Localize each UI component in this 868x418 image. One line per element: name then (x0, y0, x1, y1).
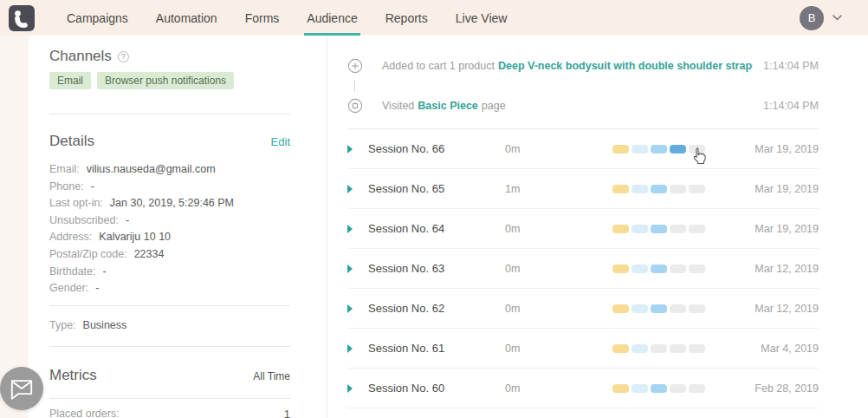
detail-rows: Email:vilius.nauseda@gmail.com Phone:- L… (49, 161, 290, 297)
details-section: Details Edit Email:vilius.nauseda@gmail.… (49, 133, 290, 297)
session-activity-bar[interactable] (612, 344, 742, 353)
event-time: 1:14:04 PM (763, 100, 819, 112)
expand-arrow-icon[interactable] (347, 265, 368, 273)
activity-segment-gray (689, 185, 705, 193)
visited-page-icon (347, 98, 363, 114)
expand-arrow-icon[interactable] (347, 225, 368, 233)
detail-label: Email: (49, 163, 80, 175)
activity-segment-light_blue (651, 225, 667, 233)
metrics-range-selector[interactable]: All Time (253, 370, 290, 382)
divider (49, 114, 290, 114)
activity-segment-gray (670, 384, 686, 393)
expand-arrow-icon[interactable] (347, 344, 368, 353)
session-row[interactable]: Session No. 60 0m Feb 28, 2019 (347, 369, 819, 408)
channel-tag: Email (49, 72, 91, 89)
detail-row: Address:Kalvariju 10 10 (49, 229, 290, 246)
channels-title: Channels (49, 48, 112, 65)
channel-tag: Browser push notifications (97, 72, 234, 89)
session-activity-bar[interactable] (612, 304, 742, 313)
activity-segment-pale_blue (632, 145, 648, 153)
session-activity-bar[interactable] (612, 384, 742, 393)
activity-segment-gray (670, 185, 686, 193)
nav-item[interactable]: Reports (376, 0, 437, 36)
nav-item[interactable]: Automation (146, 0, 227, 36)
session-activity-bar[interactable] (612, 225, 742, 233)
activity-segment-gray (689, 265, 705, 273)
detail-row: Email:vilius.nauseda@gmail.com (49, 161, 290, 179)
activity-segment-gray (689, 344, 705, 353)
metric-label: Placed orders: (49, 408, 120, 418)
expand-arrow-icon[interactable] (347, 185, 368, 193)
account-menu[interactable]: B (800, 6, 868, 30)
activity-segment-pale_blue (632, 304, 648, 313)
session-date: Mar 4, 2019 (742, 343, 819, 355)
activity-panel: Added to cart 1 productDeep V-neck bodys… (327, 36, 868, 418)
event-time: 1:14:04 PM (763, 60, 819, 72)
activity-segment-yellow (612, 384, 629, 393)
activity-segment-yellow (612, 145, 629, 153)
nav-item[interactable]: Forms (236, 0, 289, 36)
activity-segment-yellow (612, 304, 629, 313)
activity-segment-blue (670, 145, 686, 153)
event-link[interactable]: Deep V-neck bodysuit with double shoulde… (498, 60, 753, 72)
nav-item[interactable]: Audience (297, 0, 366, 36)
activity-segment-pale_blue (632, 225, 648, 233)
envelope-chat-icon (10, 377, 34, 401)
detail-value: 22334 (134, 248, 165, 260)
session-row[interactable]: Session No. 66 0m Mar 19, 2019 (347, 129, 819, 169)
activity-segment-gray (670, 344, 686, 353)
event-text-prefix: Added to cart 1 product (382, 60, 495, 72)
metrics-title: Metrics (49, 367, 97, 384)
type-value: Business (83, 319, 127, 331)
activity-segment-gray (670, 304, 686, 313)
activity-segment-light_blue (651, 145, 667, 153)
activity-segment-yellow (612, 344, 629, 353)
session-activity-bar[interactable] (612, 265, 742, 273)
activity-segment-gray (689, 384, 705, 393)
detail-row: Unsubscribed:- (49, 212, 290, 230)
session-row[interactable]: Session No. 62 0m Mar 12, 2019 (347, 289, 819, 329)
event-link[interactable]: Basic Piece (418, 100, 478, 112)
expand-arrow-icon[interactable] (347, 304, 368, 313)
detail-label: Unsubscribed: (49, 214, 119, 226)
session-duration: 0m (505, 343, 612, 355)
chevron-down-icon[interactable] (832, 15, 842, 21)
detail-label: Gender: (49, 282, 88, 294)
detail-row: Birthdate:- (49, 264, 290, 281)
detail-value: vilius.nauseda@gmail.com (87, 163, 216, 175)
expand-arrow-icon[interactable] (347, 145, 368, 153)
nav-item[interactable]: Campaigns (57, 0, 138, 36)
type-label: Type: (49, 319, 76, 331)
session-row[interactable]: Session No. 65 1m Mar 19, 2019 (347, 169, 819, 209)
activity-segment-light_blue (651, 265, 667, 273)
expand-arrow-icon[interactable] (347, 384, 368, 393)
activity-segment-light_blue (651, 185, 667, 193)
metrics-section: Metrics All Time Placed orders: 1 (49, 367, 290, 418)
avatar[interactable]: B (800, 6, 824, 30)
detail-label: Address: (49, 231, 92, 243)
timeline-event: VisitedBasic Piecepage 1:14:04 PM (347, 93, 819, 119)
session-row[interactable]: Session No. 61 0m Mar 4, 2019 (347, 329, 819, 369)
activity-segment-pale_blue (632, 265, 648, 273)
help-icon[interactable]: ? (118, 51, 129, 62)
divider (49, 398, 290, 399)
edit-details-button[interactable]: Edit (271, 135, 290, 148)
activity-timeline: Added to cart 1 productDeep V-neck bodys… (347, 36, 819, 119)
app-logo[interactable] (9, 5, 35, 31)
activity-segment-pale_blue (632, 344, 648, 353)
detail-value: - (95, 282, 99, 294)
sessions-list: Session No. 66 0m Mar 19, 2019 Session N… (347, 128, 819, 408)
detail-row: Last opt-in:Jan 30, 2019, 5:29:46 PM (49, 195, 290, 212)
session-duration: 0m (505, 303, 612, 315)
session-activity-bar[interactable] (612, 145, 742, 153)
session-activity-bar[interactable] (612, 185, 742, 193)
session-row[interactable]: Session No. 64 0m Mar 19, 2019 (347, 209, 819, 249)
nav-item[interactable]: Live View (446, 0, 517, 36)
activity-segment-pale_blue (632, 384, 648, 393)
support-chat-button[interactable] (0, 367, 43, 410)
detail-value: - (126, 214, 129, 226)
session-row[interactable]: Session No. 63 0m Mar 12, 2019 (347, 249, 819, 289)
session-date: Mar 12, 2019 (742, 303, 819, 315)
session-label: Session No. 61 (368, 342, 505, 355)
detail-label: Postal/Zip code: (49, 248, 127, 260)
